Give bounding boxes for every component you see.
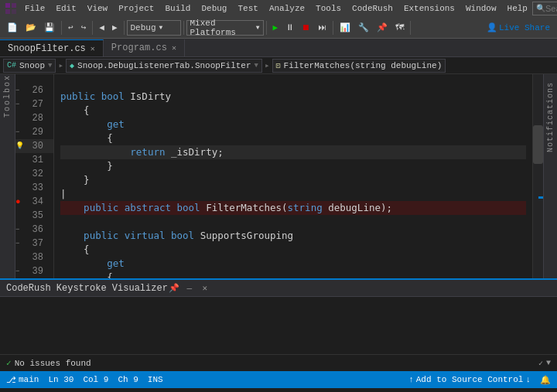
toolbar-stop[interactable]: ⏹ — [298, 19, 314, 36]
diag-icon[interactable]: ✓ — [538, 359, 543, 368]
toolbar-map[interactable]: 🗺 — [391, 19, 408, 36]
fold-36[interactable]: − — [15, 223, 25, 237]
menu-tools[interactable]: Tools — [311, 2, 346, 15]
bc-namespace[interactable]: C# Snoop ▼ — [3, 59, 56, 73]
svg-rect-3 — [12, 9, 16, 14]
code-line-26: public bool IsDirty — [60, 90, 526, 104]
platform-arrow: ▼ — [256, 24, 260, 31]
fold-37[interactable]: − — [15, 237, 25, 251]
status-ch[interactable]: Ch 9 — [118, 375, 138, 384]
status-source-control[interactable]: ↑ Add to Source Control ↓ — [408, 375, 531, 384]
menu-debug[interactable]: Debug — [196, 2, 231, 15]
fold-29[interactable]: − — [15, 125, 25, 139]
search-icon: 🔍 — [536, 4, 545, 13]
status-ins[interactable]: INS — [148, 375, 163, 384]
status-bell[interactable]: 🔔 — [540, 375, 551, 385]
menu-test[interactable]: Test — [233, 2, 262, 15]
status-git[interactable]: ⎇ main — [6, 375, 39, 385]
menu-project[interactable]: Project — [114, 2, 159, 15]
menu-help[interactable]: Help — [503, 2, 532, 15]
code-line-37: { — [60, 243, 526, 257]
breadcrumbs: C# Snoop ▼ ▸ ◆ Snoop.DebugListenerTab.Sn… — [0, 57, 557, 74]
debug-arrow: ▼ — [159, 24, 163, 31]
kw-get-38: get — [107, 257, 125, 271]
app-icon — [5, 2, 17, 15]
menu-edit[interactable]: Edit — [51, 2, 80, 15]
ln-30: 💡 30 — [15, 139, 53, 153]
breakpoint-icon[interactable]: ● — [15, 195, 25, 209]
debug-dropdown[interactable]: Debug ▼ — [127, 20, 181, 36]
code-line-39: { — [60, 271, 526, 278]
diag-arrow[interactable]: ▼ — [546, 359, 551, 367]
left-sidebar: Toolbox — [0, 74, 15, 278]
bottom-panel-minimize[interactable]: — — [183, 282, 196, 295]
source-control-label: Add to Source Control — [416, 375, 524, 384]
code-line-30: return _isDirty; — [60, 145, 526, 159]
toolbar-pause[interactable]: ⏸ — [282, 19, 298, 36]
code-editor[interactable]: public bool IsDirty { get { return _isDi… — [54, 74, 532, 278]
platform-dropdown[interactable]: Mixed Platforms ▼ — [186, 20, 264, 36]
bc-sep2: ▸ — [265, 60, 270, 70]
fold-39[interactable]: − — [15, 264, 25, 278]
toolbar-perf[interactable]: 📊 — [336, 19, 354, 36]
search-input[interactable] — [545, 4, 557, 13]
menu-analyze[interactable]: Analyze — [265, 2, 309, 15]
toolbar-back[interactable]: ◀ — [95, 19, 108, 36]
toolbar-new[interactable]: 📄 — [3, 19, 22, 36]
menu-build[interactable]: Build — [160, 2, 195, 15]
menu-bar: File Edit View Project Build Debug Test … — [20, 2, 532, 15]
code-line-36: public virtual bool SupportsGrouping — [60, 229, 526, 243]
vertical-scrollbar[interactable] — [532, 74, 543, 278]
live-share-label: Live Share — [499, 23, 550, 32]
kw-get-28: get — [107, 118, 125, 131]
sep7 — [410, 21, 411, 35]
bottom-panel-pin[interactable]: 📌 — [168, 282, 180, 295]
toolbar-save[interactable]: 💾 — [40, 19, 59, 36]
toolbar-step-over[interactable]: ⏭ — [314, 19, 330, 36]
bottom-panel-actions: 📌 — ✕ — [168, 282, 211, 295]
scroll-thumb[interactable] — [533, 125, 543, 164]
sep1 — [61, 21, 62, 35]
bc-class[interactable]: ◆ Snoop.DebugListenerTab.SnoopFilter ▼ — [66, 59, 262, 73]
bc-method-label: FilterMatches(string debugLine) — [284, 61, 443, 70]
ln-36: − 36 — [15, 223, 53, 237]
sep6 — [333, 21, 333, 35]
ch-label: Ch 9 — [118, 375, 138, 384]
toolbar-pins[interactable]: 📌 — [373, 19, 391, 36]
ln-29: − 29 — [15, 125, 53, 139]
bc-namespace-label: Snoop — [19, 61, 45, 70]
toolbar-forward[interactable]: ▶ — [108, 19, 121, 36]
check-icon: ✓ — [6, 358, 12, 368]
toolbar-open[interactable]: 📂 — [22, 19, 40, 36]
fold-26[interactable]: − — [15, 84, 25, 97]
fold-27[interactable]: − — [15, 97, 25, 111]
tab-snoopfilter[interactable]: SnoopFilter.cs ✕ — [0, 39, 104, 56]
lightbulb-icon[interactable]: 💡 — [15, 139, 25, 153]
status-right: ↑ Add to Source Control ↓ 🔔 — [408, 375, 551, 385]
tab-program-close[interactable]: ✕ — [172, 43, 176, 53]
ln-31: 31 — [15, 153, 53, 167]
bc-namespace-arrow: ▼ — [48, 62, 52, 70]
bottom-panel-close[interactable]: ✕ — [199, 282, 211, 295]
code-line-33: | — [60, 187, 526, 201]
tab-snoopfilter-close[interactable]: ✕ — [91, 44, 95, 53]
menu-coderush[interactable]: CodeRush — [347, 2, 398, 15]
bc-method[interactable]: ⊡ FilterMatches(string debugLine) — [272, 59, 446, 73]
toolbar-diag[interactable]: 🔧 — [354, 19, 373, 36]
menu-extensions[interactable]: Extensions — [399, 2, 460, 15]
menu-view[interactable]: View — [83, 2, 112, 15]
sep2 — [92, 21, 93, 35]
tab-program[interactable]: Program.cs ✕ — [104, 39, 185, 56]
live-share-button[interactable]: 👤 Live Share — [483, 19, 554, 36]
toolbar-redo[interactable]: ↪ — [77, 19, 91, 36]
menu-file[interactable]: File — [20, 2, 50, 15]
toolbar-undo[interactable]: ↩ — [64, 19, 77, 36]
menu-window[interactable]: Window — [461, 2, 501, 15]
status-col[interactable]: Col 9 — [83, 375, 108, 384]
status-ln[interactable]: Ln 30 — [48, 375, 73, 384]
live-share-area: 👤 Live Share — [483, 19, 554, 36]
toolbar-run[interactable]: ▶ — [269, 19, 282, 36]
svg-rect-0 — [5, 3, 10, 8]
ln-38: 38 — [15, 251, 53, 264]
search-box[interactable]: 🔍 — [532, 2, 557, 15]
